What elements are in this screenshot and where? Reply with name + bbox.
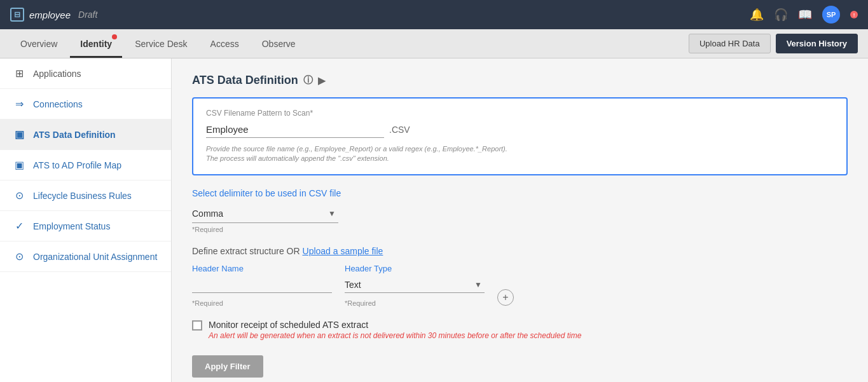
- delimiter-title: Select delimiter to be used in CSV file: [192, 188, 848, 198]
- alert-dot: !: [850, 11, 858, 18]
- monitor-text-block: Monitor receipt of scheduled ATS extract…: [209, 320, 581, 340]
- delimiter-section: Select delimiter to be used in CSV file …: [192, 188, 848, 233]
- play-icon[interactable]: ▶: [318, 75, 326, 86]
- delimiter-select-wrapper: Comma Semicolon Tab Pipe ▼: [192, 205, 338, 223]
- header-type-col: Header Type Text Date Number Boolean ▼ *…: [345, 264, 485, 307]
- section-title: ATS Data Definition ⓘ ▶: [192, 74, 848, 87]
- ats-data-icon: ▣: [13, 128, 25, 140]
- add-header-button[interactable]: +: [497, 289, 514, 306]
- csv-field-label: CSV Filename Pattern to Scan*: [206, 109, 834, 118]
- book-icon[interactable]: 📖: [798, 8, 812, 22]
- employment-icon: ✓: [13, 220, 25, 232]
- delimiter-select[interactable]: Comma Semicolon Tab Pipe: [192, 205, 338, 223]
- csv-hint: Provide the source file name (e.g., Empl…: [206, 144, 834, 164]
- draft-label: Draft: [78, 10, 97, 20]
- sidebar-item-connections[interactable]: ⇒ Connections: [0, 89, 171, 119]
- upload-sample-link[interactable]: Upload a sample file: [303, 246, 383, 256]
- tab-overview[interactable]: Overview: [10, 29, 67, 58]
- upload-hr-data-button[interactable]: Upload HR Data: [689, 34, 771, 53]
- sidebar-item-ats-data-definition[interactable]: ▣ ATS Data Definition: [0, 119, 171, 150]
- header-type-select[interactable]: Text Date Number Boolean: [345, 277, 485, 293]
- nav-actions: Upload HR Data Version History: [689, 34, 858, 53]
- logo-icon: ⊟: [10, 8, 24, 22]
- header-name-required: *Required: [192, 299, 332, 307]
- help-icon[interactable]: ⓘ: [303, 74, 313, 86]
- identity-notification-dot: [112, 34, 117, 39]
- tab-access[interactable]: Access: [200, 29, 249, 58]
- org-unit-icon: ⊙: [13, 250, 25, 263]
- sidebar-item-employment-status[interactable]: ✓ Employment Status: [0, 211, 171, 242]
- headers-row: Header Name *Required Header Type Text D…: [192, 264, 848, 307]
- bell-icon[interactable]: 🔔: [750, 8, 764, 22]
- monitor-checkbox[interactable]: [192, 320, 202, 331]
- tab-service-desk[interactable]: Service Desk: [125, 29, 197, 58]
- tab-observe[interactable]: Observe: [252, 29, 306, 58]
- header-type-label: Header Type: [345, 264, 485, 273]
- csv-filename-input[interactable]: [206, 121, 384, 138]
- header-type-wrapper: Text Date Number Boolean ▼: [345, 277, 485, 293]
- ats-to-ad-icon: ▣: [13, 159, 25, 171]
- sidebar-item-lifecycle[interactable]: ⊙ Lifecycle Business Rules: [0, 181, 171, 211]
- app-name: employee: [29, 10, 71, 20]
- delimiter-required: *Required: [192, 226, 848, 233]
- top-bar-left: ⊟ employee Draft: [10, 8, 97, 22]
- csv-input-row: .CSV: [206, 121, 834, 138]
- applications-icon: ⊞: [13, 67, 25, 79]
- connections-icon: ⇒: [13, 98, 25, 110]
- top-bar-icons: 🔔 🎧 📖 SP !: [750, 6, 858, 24]
- monitor-hint: An alert will be generated when an extra…: [209, 331, 581, 340]
- header-name-col: Header Name *Required: [192, 264, 332, 307]
- monitor-row: Monitor receipt of scheduled ATS extract…: [192, 320, 848, 340]
- secondary-nav: Overview Identity Service Desk Access Ob…: [0, 29, 868, 58]
- csv-form-card: CSV Filename Pattern to Scan* .CSV Provi…: [192, 97, 848, 175]
- monitor-label: Monitor receipt of scheduled ATS extract: [209, 320, 581, 330]
- header-name-input[interactable]: [192, 277, 332, 293]
- version-history-button[interactable]: Version History: [776, 34, 858, 53]
- sidebar-item-applications[interactable]: ⊞ Applications: [0, 58, 171, 89]
- lifecycle-icon: ⊙: [13, 189, 25, 201]
- sidebar: ⊞ Applications ⇒ Connections ▣ ATS Data …: [0, 58, 172, 382]
- headset-icon[interactable]: 🎧: [774, 8, 788, 22]
- content-area: ATS Data Definition ⓘ ▶ CSV Filename Pat…: [172, 58, 868, 382]
- csv-suffix: .CSV: [389, 125, 410, 135]
- nav-tabs: Overview Identity Service Desk Access Ob…: [10, 29, 306, 58]
- avatar[interactable]: SP: [822, 6, 840, 24]
- header-name-label: Header Name: [192, 264, 332, 273]
- monitor-section: Monitor receipt of scheduled ATS extract…: [192, 320, 848, 340]
- sidebar-item-org-unit[interactable]: ⊙ Organizational Unit Assignment: [0, 242, 171, 272]
- tab-identity[interactable]: Identity: [70, 29, 122, 58]
- apply-filter-button[interactable]: Apply Filter: [192, 355, 263, 378]
- main-layout: ⊞ Applications ⇒ Connections ▣ ATS Data …: [0, 58, 868, 382]
- extract-title: Define extract structure OR Upload a sam…: [192, 246, 848, 256]
- app-logo: ⊟ employee: [10, 8, 71, 22]
- extract-section: Define extract structure OR Upload a sam…: [192, 246, 848, 307]
- header-type-required: *Required: [345, 299, 485, 307]
- sidebar-item-ats-to-ad[interactable]: ▣ ATS to AD Profile Map: [0, 150, 171, 181]
- top-bar: ⊟ employee Draft 🔔 🎧 📖 SP !: [0, 0, 868, 29]
